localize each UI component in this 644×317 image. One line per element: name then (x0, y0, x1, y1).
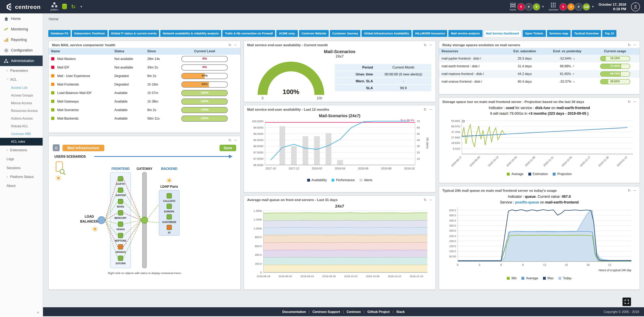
sidebar-item-sessions[interactable]: Sessions (0, 163, 42, 172)
sidebar-item-access-list[interactable]: Access List (0, 84, 42, 92)
panel-minimize-icon[interactable]: − (234, 138, 237, 142)
tab-global-it-status-current-events[interactable]: Global IT status & current events (108, 30, 159, 37)
hosts-badge[interactable]: 5 (533, 3, 540, 10)
sidebar-item-about[interactable]: About (0, 181, 42, 190)
panel-minimize-icon[interactable]: − (429, 107, 432, 111)
breadcrumb[interactable]: Home (43, 13, 644, 21)
panel-refresh-icon[interactable]: ↻ (424, 43, 427, 47)
sidebar-item-label: Reload ACL (11, 124, 28, 128)
evolution: 81.65% ↗ (544, 70, 591, 78)
footer-link-centreon[interactable]: Centreon (346, 310, 361, 314)
services-status[interactable]: services 540118 ▾ (549, 2, 594, 11)
sidebar-item-parameters[interactable]: ›Parameters (0, 66, 42, 75)
health-row[interactable]: Mail-BackendsAvailable56m 11s100% (49, 114, 240, 123)
chart-title: Mail-Scenarios (244, 49, 436, 54)
svg-text:LDAP Paris: LDAP Paris (160, 185, 178, 188)
home-icon[interactable]: ⌂ (53, 144, 60, 151)
footer-link-documentation[interactable]: Documentation (282, 310, 306, 314)
svg-text:CALLISTO: CALLISTO (163, 200, 175, 203)
sidebar-item-reload-acl[interactable]: Reload ACL (0, 122, 42, 130)
sidebar-item-administration[interactable]: Administration (0, 55, 42, 66)
health-row[interactable]: Mail - User ExperienceDegraded8m 2s50% (49, 72, 240, 80)
sidebar-item-acl-rules[interactable]: ACL rules (0, 138, 42, 146)
health-row[interactable]: Mail-MastersNot available28m 14s0% (49, 55, 240, 63)
hosts-badge[interactable]: 0 (518, 3, 524, 10)
tab-hillmore-insurance[interactable]: HILLMORE Insurance (413, 30, 448, 37)
tab-tactical-overview[interactable]: Tactical Overview (572, 30, 601, 37)
tab-datacenters-tem-hum[interactable]: Datacenters Tem/Hum (72, 30, 107, 37)
fullscreen-button[interactable] (622, 298, 631, 306)
sidebar-item-extensions[interactable]: ›Extensions (0, 146, 42, 154)
sidebar-item-menus-access[interactable]: Menus Access (0, 99, 42, 107)
tab-database-fs[interactable]: Database FS (48, 30, 70, 37)
hosts-badge[interactable]: 0 (526, 3, 532, 10)
centreon-logo[interactable]: centreon (0, 2, 46, 11)
evolution: -32.37% ↘ (544, 78, 591, 85)
services-badge[interactable]: 118 (583, 3, 590, 10)
health-row[interactable]: Mail-FrontendsDegraded1h 16m60% (49, 80, 240, 89)
tab-top-10[interactable]: Top 10 (602, 30, 616, 37)
svg-text:60: 60 (417, 126, 420, 129)
storage-row[interactable]: mail-neptune-frontend - disk-/44.2 days8… (439, 70, 640, 78)
sidebar-item-home[interactable]: Home (0, 13, 42, 24)
tab-mail-service-analysis[interactable]: Mail service analysis (448, 30, 482, 37)
sidebar-item-actions-access[interactable]: Actions Access (0, 115, 42, 122)
panel-minimize-icon[interactable]: − (429, 198, 432, 202)
chevron-icon: › (6, 78, 10, 81)
tab-mail-service-dashboard[interactable]: Mail Service Dashboard (484, 30, 521, 37)
services-badge[interactable]: 0 (576, 3, 582, 10)
tab-trafic-nb-connection-on-firewall[interactable]: Trafic & Nb connection on Firewall (222, 30, 275, 37)
sidebar-collapse-button[interactable]: « (37, 310, 39, 315)
footer-link-centreon-support[interactable]: Centreon Support (312, 310, 340, 314)
user-menu[interactable] (631, 2, 640, 11)
panel-refresh-icon[interactable]: ↻ (424, 198, 427, 202)
panel-refresh-icon[interactable]: ↻ (628, 100, 631, 104)
sidebar-item-reporting[interactable]: Reporting (0, 34, 42, 45)
storage-row[interactable]: mail-jupiter-frontend - disk-/29.3 days-… (439, 55, 640, 62)
panel-minimize-icon[interactable]: − (633, 100, 636, 104)
sidebar-item-platform-status[interactable]: ›Platform Status (0, 172, 42, 181)
services-badge[interactable]: 4 (568, 3, 574, 10)
panel-minimize-icon[interactable]: − (234, 43, 237, 47)
tab-global-infrastructure-availability[interactable]: Global Infrastructure Availability (362, 30, 412, 37)
sidebar-item-configuration[interactable]: Configuration (0, 45, 42, 55)
panel-minimize-icon[interactable]: − (633, 189, 636, 193)
infrastructure-diagram[interactable]: USERS SCENARIOSFRONTENDGATEWAYBACKENDLOA… (49, 151, 241, 271)
panel-refresh-icon[interactable]: ↻ (628, 43, 631, 47)
panel-minimize-icon[interactable]: − (633, 43, 636, 47)
panel-minimize-icon[interactable]: − (429, 43, 432, 47)
tab-acme-corp[interactable]: ACME corp. (276, 30, 298, 37)
tab-network-availability-reliability-analysis[interactable]: Network availability & reliability analy… (160, 30, 221, 37)
sidebar-item-resources-access[interactable]: Resources Access (0, 107, 42, 115)
sidebar-item-acl[interactable]: ›ACL (0, 75, 42, 84)
sidebar-item-logs[interactable]: Logs (0, 154, 42, 163)
svg-text:350.0: 350.0 (449, 224, 456, 227)
hosts-status[interactable]: hosts 005 ▾ (510, 3, 544, 11)
storage-row[interactable]: mail-uranus-frontend - disk-/60.4 days-3… (439, 78, 640, 85)
health-row[interactable]: Mail-ScenariosAvailable8m 2s100% (49, 106, 240, 114)
footer-link-github-project[interactable]: Github Project (367, 310, 390, 314)
legend-swatch (507, 277, 510, 280)
panel-refresh-icon[interactable]: ↻ (424, 107, 427, 111)
save-button[interactable]: Save (220, 145, 236, 151)
tab-customer-journey[interactable]: Customer Journey (330, 30, 360, 37)
panel-refresh-icon[interactable]: ↻ (628, 189, 631, 193)
tab-centreon-website[interactable]: Centreon Website (299, 30, 329, 37)
sidebar-item-access-groups[interactable]: Access Groups (0, 92, 42, 99)
health-row[interactable]: Load-Balancer-Mail-IDFAvailable1h 57m100… (49, 89, 240, 97)
panel-title: Typical 24h mail queue on main mail fron… (442, 189, 557, 193)
sidebar-item-centreon-mbi[interactable]: Centreon MBI (0, 130, 42, 138)
tab-services-map[interactable]: Services map (547, 30, 570, 37)
user-icon (633, 4, 638, 9)
health-row[interactable]: Mail-IDFNot available34m 2s0% (49, 63, 240, 72)
storage-row[interactable]: mail-earth-frontend - disk-/31.4 days88.… (439, 62, 640, 70)
health-row[interactable]: Mail-GatewaysAvailable1h 38m100% (49, 97, 240, 106)
tab-open-tickets[interactable]: Open Tickets (522, 30, 546, 37)
sidebar-item-monitoring[interactable]: Monitoring (0, 24, 42, 34)
footer-link-slack[interactable]: Slack (396, 310, 405, 314)
poller-menu[interactable]: pollers ↻ ▾ (46, 0, 86, 13)
hosts-icon (510, 3, 516, 7)
panel-refresh-icon[interactable]: ↻ (228, 43, 232, 47)
services-badge[interactable]: 5 (560, 3, 566, 10)
panel-refresh-icon[interactable]: ↻ (228, 138, 232, 142)
